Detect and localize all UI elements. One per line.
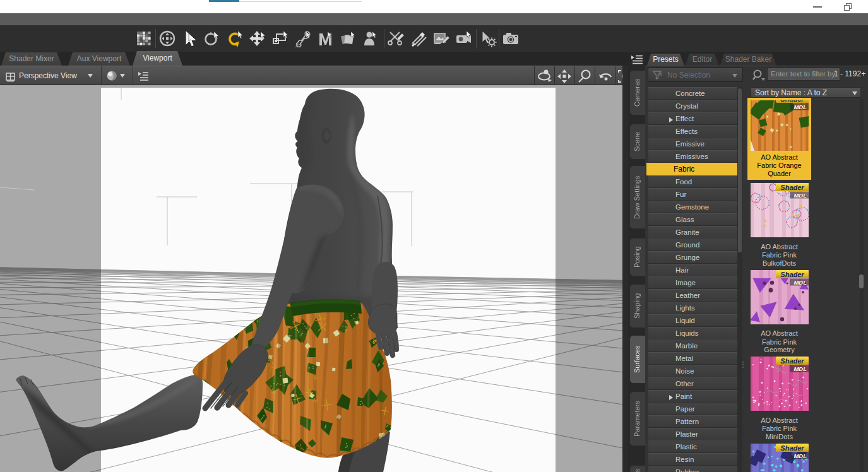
svg-text:MDL: MDL — [794, 103, 807, 110]
svg-text:Shader: Shader — [780, 184, 804, 191]
svg-text:Shader: Shader — [780, 357, 804, 365]
svg-text:Shader: Shader — [780, 271, 804, 278]
svg-text:MDL: MDL — [794, 279, 807, 286]
svg-text:MDL: MDL — [794, 452, 807, 459]
svg-text:MDL: MDL — [794, 192, 807, 199]
svg-text:Shader: Shader — [780, 444, 804, 452]
svg-text:MDL: MDL — [794, 365, 807, 372]
svg-text:Shader: Shader — [780, 100, 804, 103]
